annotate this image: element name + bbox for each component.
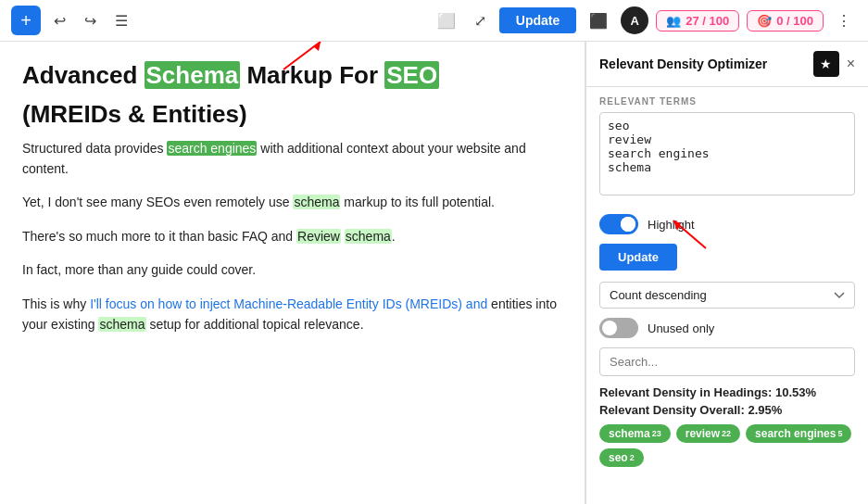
p3-hl2: schema (345, 229, 392, 244)
panel-terms-section: RELEVANT TERMS seo review search engines… (586, 87, 868, 208)
panel-header: Relevant Density Optimizer ★ × (586, 42, 868, 87)
tag-search-engines: search engines 5 (746, 424, 851, 443)
plus-icon: + (20, 10, 31, 32)
highlight-toggle[interactable] (599, 214, 638, 234)
undo-icon: ↩ (54, 12, 66, 30)
unused-row: Unused only (599, 318, 855, 338)
article-p5: This is why I'll focus on how to inject … (22, 294, 562, 335)
redo-icon: ↪ (84, 12, 96, 30)
counter2[interactable]: 🎯 0 / 100 (747, 10, 824, 32)
more-button[interactable]: ⋮ (831, 8, 857, 33)
p5-hl: I'll focus on how to inject Machine-Read… (90, 296, 487, 311)
star-icon: ★ (820, 57, 832, 71)
title-hl1: Schema (145, 61, 241, 89)
undo-button[interactable]: ↩ (48, 8, 71, 33)
avatar-button[interactable]: A (621, 6, 648, 34)
terms-textarea[interactable]: seo review search engines schema (599, 112, 855, 195)
article-title: Advanced Schema Markup For SEO (22, 60, 562, 92)
p1-hl: search engines (167, 141, 257, 156)
tag-schema: schema 23 (599, 424, 671, 443)
article-p4: In fact, more than any guide could cover… (22, 259, 562, 280)
density-overall: Relevant Density Overall: 2.95% (599, 403, 855, 417)
tag-review: review 22 (676, 424, 740, 443)
side-panel: Relevant Density Optimizer ★ × RELEVANT … (585, 42, 868, 504)
p1-pre: Structured data provides (22, 141, 167, 156)
panel-highlight-section: Highlight Update Count descending Count … (586, 208, 868, 476)
p4-text: In fact, more than any guide could cover… (22, 262, 256, 277)
p5-pre: This is why (22, 296, 90, 311)
avatar-icon: A (631, 14, 639, 28)
tags-row: schema 23 review 22 search engines 5 seo… (599, 424, 855, 467)
p5-hl2: schema (98, 317, 145, 332)
star-button[interactable]: ★ (813, 51, 839, 77)
p5-post: setup for additional topical relevance. (146, 317, 364, 332)
sort-select[interactable]: Count descending Count ascending Alphabe… (599, 282, 855, 309)
people-icon: 👥 (666, 14, 681, 28)
desktop-button[interactable]: ⬜ (432, 8, 461, 33)
editor-area[interactable]: Advanced Schema Markup For SEO (MREIDs &… (0, 42, 585, 504)
p3-post: . (392, 229, 396, 244)
p2-text: Yet, I don't see many SEOs even remotely… (22, 195, 293, 209)
title-sub: (MREIDs & Entities) (22, 100, 247, 128)
article-p1: Structured data provides search engines … (22, 138, 562, 180)
article-subtitle: (MREIDs & Entities) (22, 99, 562, 131)
more-icon: ⋮ (837, 13, 851, 29)
panel-title: Relevant Density Optimizer (599, 57, 806, 71)
article-p2: Yet, I don't see many SEOs even remotely… (22, 192, 562, 212)
counter1-value: 27 / 100 (686, 14, 729, 28)
terms-label: RELEVANT TERMS (599, 96, 855, 107)
tag-seo: seo 2 (599, 448, 644, 467)
p2-hl: schema (293, 195, 340, 209)
title-pre: Advanced (22, 61, 145, 89)
menu-button[interactable]: ☰ (109, 8, 133, 33)
menu-icon: ☰ (115, 12, 128, 30)
unused-toggle[interactable] (599, 318, 638, 338)
svg-marker-1 (313, 42, 321, 51)
external-button[interactable]: ⤢ (469, 8, 492, 33)
title-hl2: SEO (384, 61, 439, 89)
redo-button[interactable]: ↪ (79, 8, 102, 33)
layout-icon: ⬛ (589, 13, 608, 29)
add-button[interactable]: + (11, 6, 41, 35)
article-p3: There's so much more to it than basic FA… (22, 226, 562, 246)
p3-hl1: Review (296, 229, 341, 244)
update-button[interactable]: Update (499, 7, 576, 33)
toolbar: + ↩ ↪ ☰ ⬜ ⤢ Update ⬛ A 👥 27 / 100 🎯 0 / … (0, 0, 868, 42)
counter1[interactable]: 👥 27 / 100 (656, 10, 739, 32)
main-area: Advanced Schema Markup For SEO (MREIDs &… (0, 42, 868, 504)
red-arrow-2 (655, 216, 711, 253)
p3-pre: There's so much more to it than basic FA… (22, 229, 296, 244)
search-input[interactable] (599, 347, 855, 376)
external-icon: ⤢ (474, 13, 486, 29)
circle-icon: 🎯 (757, 14, 772, 28)
title-mid: Markup For (240, 61, 384, 89)
p2-post: markup to its full potential. (340, 195, 495, 209)
desktop-icon: ⬜ (437, 13, 456, 29)
close-button[interactable]: × (847, 56, 855, 72)
highlight-row: Highlight (599, 214, 855, 234)
layout-button[interactable]: ⬛ (584, 8, 613, 33)
unused-label: Unused only (648, 321, 714, 335)
density-heading: Relevant Density in Headings: 10.53% (599, 385, 855, 399)
counter2-value: 0 / 100 (776, 14, 813, 28)
